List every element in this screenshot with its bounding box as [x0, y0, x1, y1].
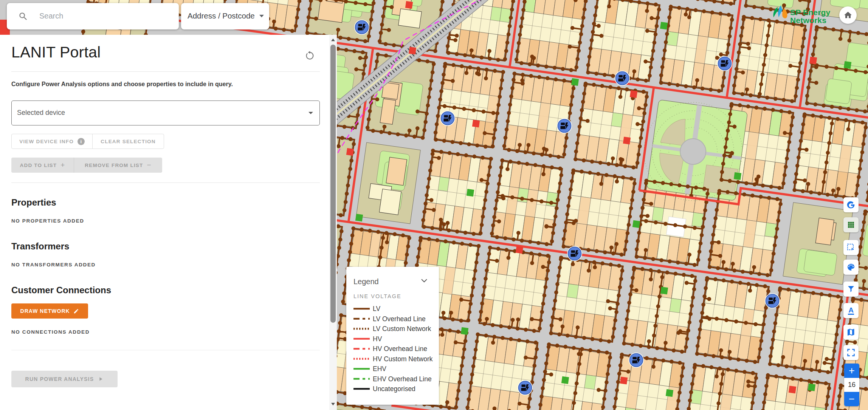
svg-text:EHV: EHV — [373, 365, 386, 373]
svg-text:HV Custom Network: HV Custom Network — [373, 355, 433, 363]
svg-text:Uncategorised: Uncategorised — [373, 385, 415, 393]
svg-text:LV Overhead Line: LV Overhead Line — [373, 315, 426, 323]
svg-text:EHV Overhead Line: EHV Overhead Line — [373, 375, 432, 383]
svg-text:HV Overhead Line: HV Overhead Line — [373, 345, 427, 353]
svg-text:HV: HV — [373, 335, 382, 343]
svg-text:LV Custom Network: LV Custom Network — [373, 325, 431, 333]
svg-text:LV: LV — [373, 305, 380, 313]
